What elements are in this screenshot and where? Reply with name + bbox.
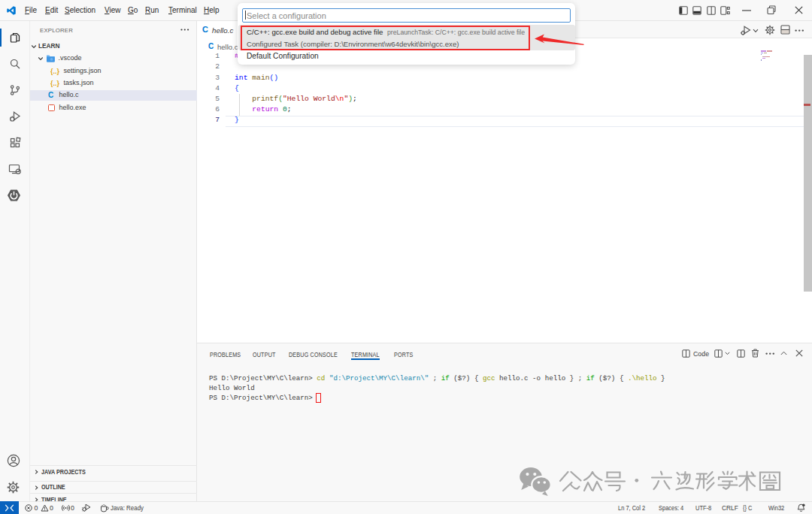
svg-text:{..}: {..} [50, 67, 59, 74]
svg-text:{..}: {..} [50, 80, 59, 87]
